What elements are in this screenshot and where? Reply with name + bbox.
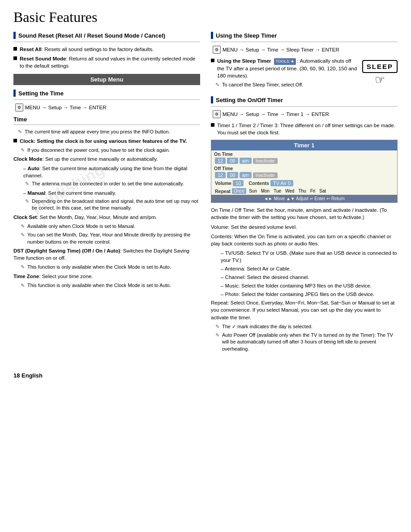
note-icon: ✎ [215, 332, 219, 352]
setting-time-menu-path: ⚙ MENU → Setup → Time → ENTER [15, 103, 200, 112]
clock-mode-auto-note: ✎ The antenna must be connected in order… [25, 180, 200, 187]
on-time-hour: 12 [215, 158, 226, 164]
timer1-title: Timer 1 [211, 140, 397, 150]
bullet-icon [13, 56, 17, 60]
sleep-timer-description-row: Using the Sleep Timer TOOLS ★ : Automati… [211, 57, 398, 90]
right-column: Using the Sleep Timer ⚙ MENU → Setup → T… [211, 32, 398, 354]
time-zone-item: Time Zone: Select your time zone. [13, 273, 200, 280]
on-off-timer-title: Setting the On/Off Timer [211, 96, 398, 103]
repeat-label: Repeat [215, 189, 231, 194]
antenna-desc: Antenna: Select Air or Cable. [221, 265, 398, 272]
clock-mode-auto: Auto: Set the current time automatically… [23, 165, 200, 179]
music-desc: Music: Select the folder containing MP3 … [221, 282, 398, 289]
sleep-timer-bullet: Using the Sleep Timer TOOLS ★ : Automati… [211, 57, 358, 79]
time-note-1: ✎ The current time will appear every tim… [18, 129, 200, 135]
clock-mode-manual: Manual: Set the current time manually. [23, 189, 200, 197]
clock-set-note-2: ✎ You can set the Month, Day, Year, Hour… [21, 232, 200, 245]
note-icon: ✎ [18, 129, 22, 135]
contents-value: TV Air 0 [270, 180, 293, 186]
menu-icon: ⚙ [213, 46, 221, 54]
volume-label: Volume [215, 180, 231, 186]
sleep-timer-section: Using the Sleep Timer ⚙ MENU → Setup → T… [211, 32, 398, 90]
on-time-ampm: am [240, 158, 252, 164]
checkmark-note: ✎ The ✓ mark indicates the day is select… [215, 323, 398, 330]
note-icon: ✎ [21, 264, 25, 270]
time-zone-note: ✎ This function is only available when t… [21, 282, 200, 289]
day-sun: Sun [248, 188, 258, 194]
note-icon: ✎ [215, 82, 219, 88]
reset-sound-mode-item: Reset Sound Mode: Returns all sound valu… [13, 55, 200, 69]
off-time-hour: 12 [215, 172, 226, 178]
sleep-timer-note: ✎ To cancel the Sleep Timer, select Off. [215, 82, 358, 88]
note-icon: ✎ [21, 147, 25, 154]
repeat-desc: Repeat: Select Once, Everyday, Mon~Fri, … [211, 299, 398, 321]
reset-all-item: Reset All: Resets all sound settings to … [13, 46, 200, 53]
note-icon: ✎ [21, 232, 25, 245]
repeat-row: Repeat Once Sun Mon Tue Wed Thu Fri Sat [211, 187, 397, 195]
sound-reset-title: Sound Reset (Reset All / Reset Sound Mod… [13, 32, 200, 39]
day-thu: Thu [297, 188, 307, 194]
section-bar-icon [211, 96, 213, 103]
clock-disconnect-note: ✎ If you disconnect the power cord, you … [21, 147, 200, 154]
menu-icon: ⚙ [15, 103, 23, 112]
tv-usb-desc: TV/USB: Select TV or USB. (Make sure tha… [221, 249, 398, 264]
volume-desc: Volume: Set the desired volume level. [211, 223, 398, 231]
on-time-activate: Inactivate [253, 158, 278, 164]
setup-menu-bar: Setup Menu [13, 74, 200, 85]
timer123-note: Timer 1 / Timer 2 / Timer 3: Three diffe… [211, 122, 398, 136]
timer1-table: Timer 1 On Time 12 00 am Inactivate Off … [211, 140, 398, 203]
bullet-icon [211, 59, 214, 62]
volume-contents-row: Volume 10 Contents TV Air 0 [211, 179, 397, 187]
day-fri: Fri [309, 188, 317, 194]
setting-time-title: Setting the Time [13, 90, 200, 97]
menu-icon: ⚙ [213, 110, 221, 118]
clock-set-note-1: ✎ Available only when Clock Mode is set … [21, 223, 200, 230]
sound-reset-section: Sound Reset (Reset All / Reset Sound Mod… [13, 32, 200, 85]
sleep-timer-title: Using the Sleep Timer [211, 32, 398, 39]
note-icon: ✎ [21, 223, 25, 230]
channel-desc: Channel: Select the desired channel. [221, 274, 398, 281]
contents-desc: Contents: When the On Time is activated,… [211, 233, 398, 247]
dst-item: DST (Daylight Saving Time) (Off / On / A… [13, 247, 200, 262]
on-time-row: 12 00 am Inactivate [211, 157, 397, 165]
clock-mode-manual-note: ✎ Depending on the broadcast station and… [25, 198, 200, 212]
off-time-ampm: am [240, 172, 252, 178]
day-wed: Wed [284, 188, 295, 194]
on-off-timer-menu-path: ⚙ MENU → Setup → Time → Timer 1 → ENTER [213, 110, 398, 118]
day-sat: Sat [318, 188, 327, 194]
off-time-row: 12 00 am Inactivate [211, 171, 397, 179]
setting-time-section: Setting the Time ⚙ MENU → Setup → Time →… [13, 90, 200, 112]
timer-bottom-bar: ◄► Move ▲▼ Adjust ↵ Enter ↩ Return [211, 195, 397, 202]
tools-badge: TOOLS ★ [274, 58, 296, 65]
section-bar-icon [13, 90, 16, 97]
note-icon: ✎ [215, 323, 219, 330]
sleep-button-container: SLEEP ☞ [362, 59, 398, 86]
on-off-time-desc: On Time / Off Time: Set the hour, minute… [211, 206, 398, 221]
section-bar-icon [211, 32, 213, 39]
repeat-value: Once [232, 188, 246, 194]
bullet-icon [211, 123, 214, 127]
hand-icon: ☞ [375, 74, 385, 86]
time-heading: Time [13, 116, 200, 123]
on-off-timer-section: Setting the On/Off Timer ⚙ MENU → Setup … [211, 96, 398, 352]
bullet-icon [13, 139, 17, 142]
sleep-button-image: SLEEP [362, 60, 398, 73]
auto-power-off-note: ✎ Auto Power Off (available only when th… [215, 332, 398, 352]
section-bar-icon [13, 32, 16, 39]
day-mon: Mon [260, 188, 271, 194]
page-title: Basic Features [13, 9, 398, 26]
note-icon: ✎ [25, 198, 29, 212]
note-icon: ✎ [25, 180, 29, 187]
note-icon: ✎ [21, 282, 25, 289]
photo-desc: Photo: Select the folder containing JPEG… [221, 291, 398, 298]
clock-mode-item: Clock Mode: Set up the current time manu… [13, 155, 200, 163]
day-tue: Tue [272, 188, 283, 194]
dst-note: ✎ This function is only available when t… [21, 264, 200, 270]
volume-value: 10 [233, 180, 244, 186]
clock-bullet: Clock: Setting the clock is for using va… [13, 137, 200, 145]
off-time-min: 00 [227, 172, 238, 178]
contents-label: Contents [248, 180, 269, 186]
off-time-label: Off Time [211, 165, 397, 171]
left-column: Sound Reset (Reset All / Reset Sound Mod… [13, 32, 200, 354]
sleep-timer-menu-path: ⚙ MENU → Setup → Time → Sleep Timer → EN… [213, 46, 398, 54]
